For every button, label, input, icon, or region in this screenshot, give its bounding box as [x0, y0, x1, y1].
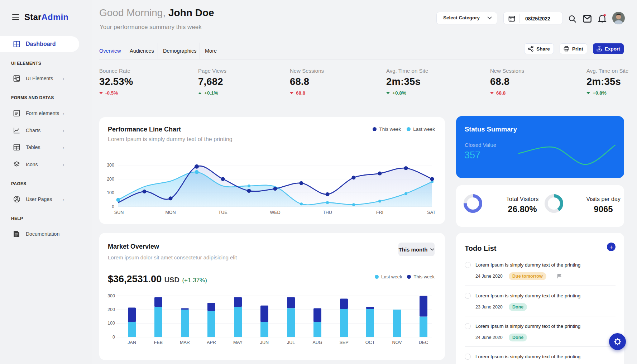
svg-text:DEC: DEC: [419, 340, 428, 345]
svg-text:300: 300: [107, 163, 114, 168]
svg-text:100: 100: [107, 190, 114, 195]
svg-text:0: 0: [112, 204, 114, 209]
svg-text:200: 200: [107, 177, 114, 182]
svg-text:AUG: AUG: [312, 340, 322, 345]
svg-text:0: 0: [112, 335, 115, 340]
svg-text:JUL: JUL: [287, 340, 295, 345]
svg-text:300: 300: [107, 293, 115, 298]
svg-text:JUN: JUN: [260, 340, 269, 345]
svg-text:MAY: MAY: [233, 340, 243, 345]
svg-text:NOV: NOV: [392, 340, 402, 345]
svg-text:MAR: MAR: [180, 340, 190, 345]
svg-text:FRI: FRI: [376, 210, 383, 215]
svg-text:SUN: SUN: [114, 210, 124, 215]
svg-text:THU: THU: [323, 210, 332, 215]
svg-text:SAT: SAT: [427, 210, 436, 215]
svg-text:TUE: TUE: [219, 210, 227, 215]
svg-text:OCT: OCT: [365, 340, 375, 345]
svg-text:MON: MON: [165, 210, 176, 215]
svg-text:FEB: FEB: [154, 340, 163, 345]
svg-text:200: 200: [107, 307, 115, 312]
svg-text:SEP: SEP: [339, 340, 348, 345]
svg-text:WED: WED: [270, 210, 280, 215]
svg-text:APR: APR: [207, 340, 216, 345]
svg-text:100: 100: [107, 321, 115, 326]
svg-text:JAN: JAN: [128, 340, 136, 345]
